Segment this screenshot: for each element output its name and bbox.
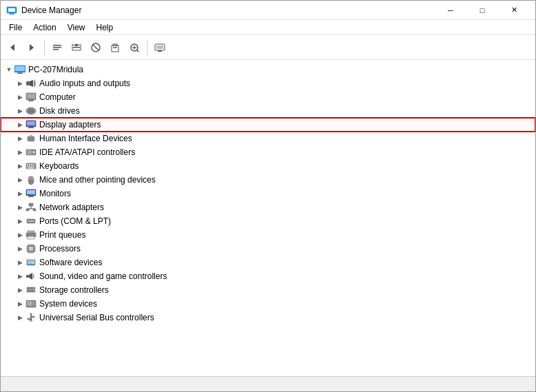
svg-rect-16 [113, 44, 117, 45]
system-expander[interactable]: ▶ [14, 297, 25, 311]
svg-rect-105 [33, 301, 35, 306]
tree-item-software[interactable]: ▶ Software devices [1, 256, 535, 269]
ide-expander[interactable]: ▶ [14, 145, 25, 159]
disk-expander[interactable]: ▶ [14, 104, 25, 118]
tree-item-system[interactable]: ▶ System devices [1, 297, 535, 311]
uninstall-button[interactable] [106, 39, 124, 56]
svg-rect-40 [29, 127, 33, 127]
svg-rect-41 [28, 127, 34, 128]
ports-expander[interactable]: ▶ [14, 214, 25, 228]
display-device-button[interactable] [151, 39, 169, 56]
svg-rect-97 [26, 275, 29, 278]
svg-marker-4 [10, 44, 14, 51]
svg-rect-46 [27, 150, 32, 154]
keyboard-expander[interactable]: ▶ [14, 159, 25, 173]
mice-label: Mice and other pointing devices [39, 175, 156, 185]
tree-item-hid[interactable]: ▶ Human Interface Devices [1, 132, 535, 145]
disk-icon [25, 105, 37, 116]
storage-expander[interactable]: ▶ [14, 283, 25, 297]
svg-marker-98 [29, 273, 32, 280]
disable-button[interactable] [87, 39, 105, 56]
tree-root-item[interactable]: ▼ PC-207Mridula [1, 63, 535, 76]
properties-button[interactable] [48, 39, 66, 56]
content-area: ▼ PC-207Mridula ▶ [1, 60, 535, 376]
toolbar-separator-1 [44, 40, 45, 55]
svg-rect-33 [29, 100, 33, 101]
svg-rect-2 [10, 13, 14, 14]
svg-rect-52 [33, 164, 34, 165]
tree-item-print[interactable]: ▶ Print queues [1, 228, 535, 242]
monitors-label: Monitors [39, 189, 71, 198]
svg-rect-28 [17, 73, 23, 74]
maximize-button[interactable]: □ [466, 1, 498, 20]
svg-rect-56 [33, 166, 34, 167]
svg-point-73 [30, 220, 32, 222]
pc-icon [14, 64, 25, 75]
tree-item-display[interactable]: ▶ Display adapters [1, 118, 535, 132]
hid-icon [25, 133, 37, 144]
tree-item-usb[interactable]: ▶ Universal Serial Bus controllers [1, 311, 535, 324]
svg-rect-63 [29, 196, 33, 196]
svg-point-74 [32, 220, 34, 222]
scan-changes-button[interactable] [125, 39, 143, 56]
scan-icon [128, 41, 141, 54]
svg-rect-8 [53, 49, 59, 50]
svg-point-72 [28, 220, 30, 222]
display-icon [25, 119, 37, 130]
menu-file[interactable]: File [3, 21, 28, 34]
root-expander[interactable]: ▼ [3, 63, 14, 76]
title-bar-controls: ─ □ ✕ [435, 1, 530, 20]
sound-icon [25, 271, 37, 282]
menu-help[interactable]: Help [91, 21, 119, 34]
audio-expander[interactable]: ▶ [14, 76, 25, 90]
tree-item-ide[interactable]: ▶ IDE ATA/ATAPI controllers [1, 145, 535, 159]
svg-rect-53 [27, 166, 28, 167]
usb-expander[interactable]: ▶ [14, 311, 25, 324]
forward-button[interactable] [23, 39, 41, 56]
ports-label: Ports (COM & LPT) [39, 216, 111, 226]
network-expander[interactable]: ▶ [14, 200, 25, 214]
svg-point-47 [32, 151, 35, 154]
ports-icon [25, 216, 37, 227]
tree-item-keyboard[interactable]: ▶ Keyboards [1, 159, 535, 173]
menu-action[interactable]: Action [28, 21, 61, 34]
hid-expander[interactable]: ▶ [14, 132, 25, 145]
tree-item-storage[interactable]: ▶ Storage controllers [1, 283, 535, 297]
close-button[interactable]: ✕ [498, 1, 530, 20]
storage-icon [25, 285, 37, 296]
tree-item-disk[interactable]: ▶ Disk drives [1, 104, 535, 118]
keyboard-label: Keyboards [39, 161, 79, 171]
tree-item-sound[interactable]: ▶ Sound, video and game controllers [1, 269, 535, 283]
system-label: System devices [39, 299, 97, 309]
minimize-button[interactable]: ─ [435, 1, 466, 20]
processors-expander[interactable]: ▶ [14, 242, 25, 256]
tree-item-network[interactable]: ▶ Network adapters [1, 200, 535, 214]
computer-expander[interactable]: ▶ [14, 90, 25, 104]
svg-rect-27 [18, 72, 22, 73]
monitors-expander[interactable]: ▶ [14, 187, 25, 200]
sound-expander[interactable]: ▶ [14, 269, 25, 283]
back-button[interactable] [3, 39, 21, 56]
tree-item-ports[interactable]: ▶ Ports (COM & LPT) [1, 214, 535, 228]
update-driver-button[interactable] [68, 39, 85, 56]
hid-label: Human Interface Devices [39, 134, 132, 143]
svg-point-101 [33, 288, 34, 289]
software-expander[interactable]: ▶ [14, 256, 25, 269]
network-icon [25, 202, 37, 213]
display-expander[interactable]: ▶ [14, 118, 25, 132]
mice-icon [25, 174, 37, 185]
monitors-icon [25, 188, 37, 199]
tree-item-audio[interactable]: ▶ Audio inputs and outputs [1, 76, 535, 90]
tree-item-processors[interactable]: ▶ [1, 242, 535, 256]
back-icon [6, 41, 19, 54]
status-bar [1, 376, 535, 391]
tree-item-mice[interactable]: ▶ Mice and other pointing devices [1, 173, 535, 187]
tree-item-computer[interactable]: ▶ Computer [1, 90, 535, 104]
mice-expander[interactable]: ▶ [14, 173, 25, 187]
root-label: PC-207Mridula [28, 65, 83, 74]
tree-item-monitors[interactable]: ▶ Monitors [1, 187, 535, 200]
system-icon [25, 298, 37, 309]
print-expander[interactable]: ▶ [14, 228, 25, 242]
device-tree[interactable]: ▼ PC-207Mridula ▶ [1, 60, 535, 376]
menu-view[interactable]: View [62, 21, 91, 34]
